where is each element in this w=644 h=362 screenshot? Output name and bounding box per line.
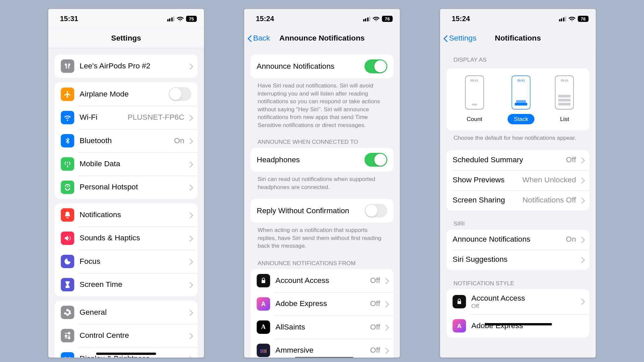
airplane-icon: [61, 87, 74, 101]
headphones-row[interactable]: Headphones: [251, 148, 394, 172]
display-brightness-label: Display & Brightness: [79, 354, 150, 357]
bluetooth-row[interactable]: Bluetooth On: [55, 129, 198, 152]
headphones-label: Headphones: [257, 156, 300, 165]
moon-icon: [61, 255, 74, 268]
headphones-toggle[interactable]: [365, 153, 387, 167]
airpods-row[interactable]: Lee's AirPods Pro #2: [55, 55, 198, 78]
siri-header: SIRI: [440, 210, 596, 229]
phone-announce: 15:24 76 Back Announce Notifications Ann…: [244, 9, 400, 358]
app-value: Off: [370, 276, 380, 285]
chevron-right-icon: [188, 235, 192, 241]
app-row[interactable]: A AllSaints Off: [251, 315, 394, 339]
chevron-right-icon: [188, 184, 192, 190]
app-icon: A: [452, 319, 466, 333]
notifications-row[interactable]: Notifications: [55, 203, 198, 227]
hotspot-row[interactable]: Personal Hotspot: [55, 176, 198, 199]
back-label: Settings: [449, 34, 477, 43]
chevron-right-icon: [580, 197, 583, 203]
status-bar: 15:24 76: [244, 9, 400, 29]
phone-settings: 15:31 75 Settings Lee's AirPods Pro #2 A…: [48, 9, 204, 358]
focus-row[interactable]: Focus: [55, 250, 198, 273]
screen-sharing-row[interactable]: Screen Sharing Notifications Off: [446, 190, 590, 210]
back-label: Back: [253, 34, 270, 43]
scheduled-summary-row[interactable]: Scheduled Summary Off: [446, 150, 590, 170]
phone-notifications: 15:24 76 Settings Notifications DISPLAY …: [440, 9, 596, 358]
chevron-right-icon: [188, 258, 192, 264]
chevron-right-icon: [384, 324, 387, 330]
announce-toggle-row[interactable]: Announce Notifications: [251, 55, 394, 78]
mobile-data-row[interactable]: Mobile Data: [55, 153, 198, 176]
display-option-count[interactable]: 09:41 Count: [461, 75, 489, 124]
display-option-list[interactable]: 09:41 List: [554, 75, 575, 124]
display-as-card: 09:41 Count 09:41 Stack 09:41 List: [446, 68, 590, 130]
stack-label: Stack: [507, 114, 535, 124]
chevron-right-icon: [580, 257, 583, 262]
wifi-value: PLUSNET-FP6C: [128, 113, 184, 122]
sounds-row[interactable]: Sounds & Haptics: [55, 227, 198, 250]
app-icon: [452, 295, 466, 308]
hotspot-label: Personal Hotspot: [79, 183, 138, 192]
airpods-icon: [61, 59, 74, 73]
sliders-icon: [61, 329, 74, 342]
wifi-icon: [177, 15, 184, 23]
status-bar: 15:31 75: [48, 9, 204, 29]
cellular-icon: [363, 16, 370, 21]
cellular-icon: [167, 16, 174, 21]
chevron-left-icon: [443, 34, 448, 43]
display-option-stack[interactable]: 09:41 Stack: [507, 75, 535, 124]
app-row[interactable]: Account Access Off: [251, 269, 394, 292]
display-as-description: Choose the default for how notifications…: [440, 130, 596, 142]
chevron-right-icon: [188, 138, 192, 143]
mobile-data-label: Mobile Data: [79, 160, 120, 169]
announce-toggle[interactable]: [365, 59, 387, 73]
reply-label: Reply Without Confirmation: [257, 206, 349, 216]
app-name: Account Access: [471, 294, 525, 303]
speaker-icon: [61, 232, 74, 245]
airplane-label: Airplane Mode: [79, 89, 128, 99]
announce-description: Have Siri read out notifications. Siri w…: [244, 78, 400, 129]
chevron-right-icon: [188, 282, 192, 288]
app-style-row[interactable]: Account Access Off: [446, 289, 590, 314]
screentime-row[interactable]: Screen Time: [55, 273, 198, 296]
announce-notifications-row[interactable]: Announce Notifications On: [446, 230, 590, 250]
app-style-row[interactable]: A Adobe Express: [446, 314, 590, 337]
chevron-right-icon: [188, 115, 192, 120]
bell-icon: [61, 208, 74, 222]
back-button[interactable]: Back: [244, 34, 270, 43]
app-name: Adobe Express: [471, 321, 523, 330]
app-row[interactable]: ||||| Ammersive Off: [251, 339, 394, 358]
battery-icon: 76: [578, 16, 589, 22]
style-header: NOTIFICATION STYLE: [440, 270, 596, 289]
screentime-label: Screen Time: [79, 280, 122, 289]
home-indicator: [96, 353, 156, 355]
list-label: List: [554, 114, 575, 124]
chevron-right-icon: [384, 348, 387, 353]
reply-row[interactable]: Reply Without Confirmation: [251, 199, 394, 223]
chevron-right-icon: [188, 212, 192, 218]
wifi-icon: [569, 15, 576, 23]
row-value: When Unlocked: [522, 176, 576, 185]
wifi-row[interactable]: Wi-Fi PLUSNET-FP6C: [55, 106, 198, 129]
airplane-toggle[interactable]: [169, 87, 192, 101]
app-icon: A: [257, 297, 270, 311]
siri-suggestions-row[interactable]: Siri Suggestions: [446, 250, 590, 270]
reply-toggle[interactable]: [365, 204, 387, 218]
app-value: Off: [370, 323, 380, 332]
chevron-right-icon: [188, 63, 192, 69]
general-row[interactable]: General: [55, 301, 198, 324]
app-icon: |||||: [257, 344, 270, 357]
cellular-icon: [559, 16, 566, 21]
app-row[interactable]: A Adobe Express Off: [251, 292, 394, 315]
general-label: General: [79, 308, 107, 317]
show-previews-row[interactable]: Show Previews When Unlocked: [446, 170, 590, 190]
chevron-right-icon: [188, 333, 192, 339]
bluetooth-icon: [61, 134, 74, 147]
from-header: ANNOUNCE NOTIFICATIONS FROM: [244, 250, 400, 269]
redaction-bar: [485, 323, 552, 325]
control-centre-row[interactable]: Control Centre: [55, 324, 198, 347]
app-name: AllSaints: [275, 323, 305, 332]
chevron-right-icon: [188, 309, 192, 315]
back-button[interactable]: Settings: [440, 34, 477, 43]
battery-icon: 76: [382, 16, 393, 22]
airplane-mode-row[interactable]: Airplane Mode: [55, 82, 198, 106]
